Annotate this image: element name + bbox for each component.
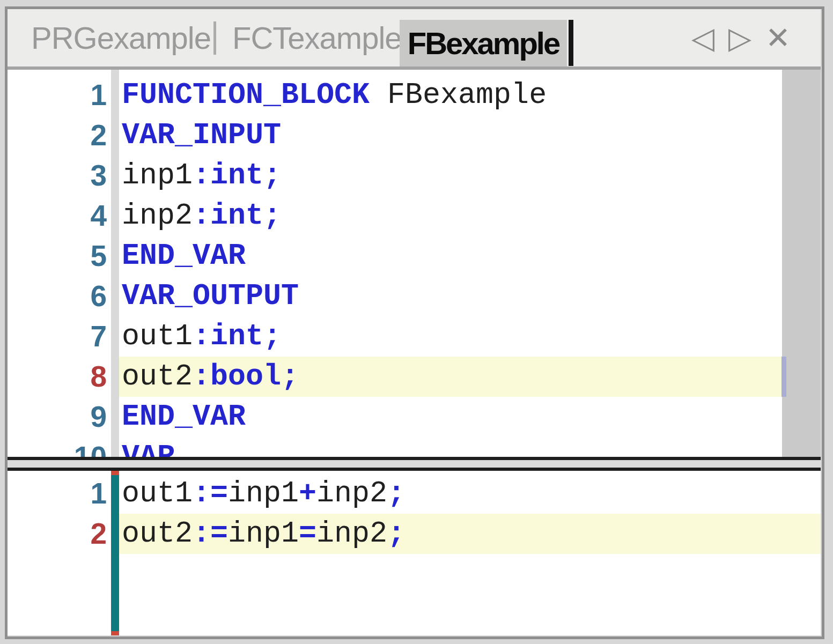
text-cursor xyxy=(569,20,573,66)
implementation-code: 1out1:=inp1+inp2;2out2:=inp1=inp2; xyxy=(8,471,821,554)
tab-separator xyxy=(213,21,216,55)
identifier-token: out1 xyxy=(122,477,193,510)
code-text[interactable]: VAR xyxy=(119,437,821,457)
code-text[interactable]: out2:bool; xyxy=(119,357,821,397)
code-text[interactable]: inp1:int; xyxy=(119,156,821,196)
keyword-token: + xyxy=(299,477,316,510)
tab-prgexample[interactable]: PRGexample xyxy=(31,9,211,66)
keyword-token: := xyxy=(193,477,228,510)
code-line[interactable]: 4inp2:int; xyxy=(8,196,821,236)
gutter-gap xyxy=(111,156,119,196)
line-number: 2 xyxy=(8,514,111,554)
code-text[interactable]: out1:=inp1+inp2; xyxy=(119,473,821,514)
code-line[interactable]: 5END_VAR xyxy=(8,236,821,276)
tab-bar: PRGexample FCTexample FBexample ◁ ▷ ✕ xyxy=(8,9,821,70)
code-line[interactable]: 2VAR_INPUT xyxy=(8,115,821,156)
identifier-token: out2 xyxy=(122,517,193,551)
declaration-pane[interactable]: 1FUNCTION_BLOCK FBexample2VAR_INPUT3inp1… xyxy=(8,70,821,457)
next-tab-icon[interactable]: ▷ xyxy=(728,23,751,53)
gutter-gap xyxy=(111,357,119,397)
identifier-token: inp1 xyxy=(122,159,193,193)
code-text[interactable]: VAR_OUTPUT xyxy=(119,276,821,316)
keyword-token: :int; xyxy=(193,159,281,193)
vertical-scrollbar[interactable] xyxy=(782,70,821,457)
prev-tab-icon[interactable]: ◁ xyxy=(691,23,714,53)
keyword-token: :bool; xyxy=(193,360,299,394)
line-number: 6 xyxy=(8,276,111,316)
code-text[interactable]: END_VAR xyxy=(119,397,821,437)
keyword-token: END_VAR xyxy=(122,239,246,273)
keyword-token: END_VAR xyxy=(122,400,246,434)
code-line[interactable]: 9END_VAR xyxy=(8,397,821,437)
line-number: 10 xyxy=(8,437,111,457)
identifier-token: inp2 xyxy=(316,477,387,510)
keyword-token: VAR xyxy=(122,440,175,457)
keyword-token: ; xyxy=(387,477,405,510)
code-line[interactable]: 10VAR xyxy=(8,437,821,457)
tab-fbexample-label: FBexample xyxy=(408,25,559,61)
code-line[interactable]: 7out1:int; xyxy=(8,316,821,357)
keyword-token: :int; xyxy=(193,320,281,353)
tab-nav-group: ◁ ▷ ✕ xyxy=(691,9,791,66)
gutter-gap xyxy=(111,115,119,156)
gutter-gap xyxy=(111,397,119,437)
keyword-token: ; xyxy=(387,517,405,551)
code-line[interactable]: 6VAR_OUTPUT xyxy=(8,276,821,316)
gutter-gap xyxy=(111,316,119,357)
line-number: 4 xyxy=(8,196,111,236)
keyword-token: FUNCTION_BLOCK xyxy=(122,78,370,112)
line-number: 1 xyxy=(8,473,111,514)
line-number: 8 xyxy=(8,357,111,397)
close-icon[interactable]: ✕ xyxy=(765,23,791,53)
code-line[interactable]: 3inp1:int; xyxy=(8,156,821,196)
gutter-gap xyxy=(111,437,119,457)
line-number: 9 xyxy=(8,397,111,437)
gutter-gap xyxy=(111,236,119,276)
code-line[interactable]: 1FUNCTION_BLOCK FBexample xyxy=(8,75,821,115)
line-number: 7 xyxy=(8,316,111,357)
gutter-band-bottom-marker xyxy=(111,631,119,635)
gutter-gap xyxy=(111,473,119,514)
declaration-code: 1FUNCTION_BLOCK FBexample2VAR_INPUT3inp1… xyxy=(8,70,821,457)
code-text[interactable]: out2:=inp1=inp2; xyxy=(119,514,821,554)
code-line[interactable]: 1out1:=inp1+inp2; xyxy=(8,473,821,514)
keyword-token: VAR_INPUT xyxy=(122,119,281,152)
identifier-token: inp1 xyxy=(228,477,299,510)
pane-splitter[interactable] xyxy=(8,457,821,471)
code-text[interactable]: VAR_INPUT xyxy=(119,115,821,156)
identifier-token: out2 xyxy=(122,360,193,394)
code-text[interactable]: inp2:int; xyxy=(119,196,821,236)
pou-editor: PRGexample FCTexample FBexample ◁ ▷ ✕ 1F… xyxy=(8,9,821,635)
code-text[interactable]: out1:int; xyxy=(119,316,821,357)
gutter-gap xyxy=(111,196,119,236)
tab-fctexample[interactable]: FCTexample xyxy=(232,9,402,66)
identifier-token: out1 xyxy=(122,320,193,353)
gutter-gap xyxy=(111,276,119,316)
code-line[interactable]: 8out2:bool; xyxy=(8,357,821,397)
line-number: 1 xyxy=(8,75,111,115)
gutter-gap xyxy=(111,514,119,554)
identifier-token: FBexample xyxy=(370,78,547,112)
line-number: 5 xyxy=(8,236,111,276)
keyword-token: :int; xyxy=(193,199,281,233)
editor-window: PRGexample FCTexample FBexample ◁ ▷ ✕ 1F… xyxy=(0,0,833,644)
code-text[interactable]: FUNCTION_BLOCK FBexample xyxy=(119,75,821,115)
line-number: 3 xyxy=(8,156,111,196)
keyword-token: = xyxy=(299,517,316,551)
identifier-token: inp2 xyxy=(316,517,387,551)
code-line[interactable]: 2out2:=inp1=inp2; xyxy=(8,514,821,554)
identifier-token: inp2 xyxy=(122,199,193,233)
gutter-gap xyxy=(111,75,119,115)
identifier-token: inp1 xyxy=(228,517,299,551)
code-text[interactable]: END_VAR xyxy=(119,236,821,276)
keyword-token: VAR_OUTPUT xyxy=(122,279,299,313)
scrollbar-line-marker xyxy=(782,357,786,397)
implementation-pane[interactable]: 1out1:=inp1+inp2;2out2:=inp1=inp2; xyxy=(8,471,821,635)
tab-fbexample[interactable]: FBexample xyxy=(400,20,567,66)
line-number: 2 xyxy=(8,115,111,156)
keyword-token: := xyxy=(193,517,228,551)
